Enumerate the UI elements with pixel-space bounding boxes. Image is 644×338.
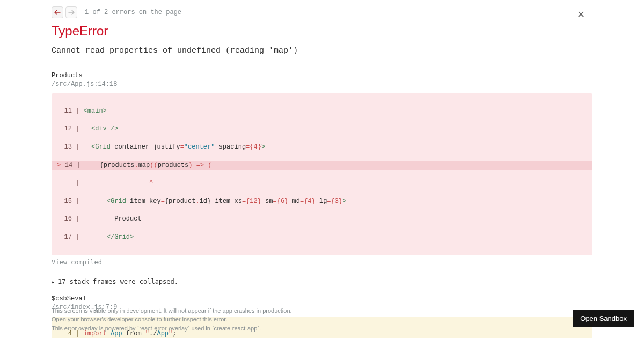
footer-line-3: This error overlay is powered by `react-…: [52, 324, 292, 333]
stack-frame-2-name: $csb$eval: [52, 295, 592, 303]
close-icon[interactable]: ✕: [577, 10, 585, 19]
footer-notice: This screen is visible only in developme…: [52, 306, 292, 333]
collapsed-frames-toggle[interactable]: 17 stack frames were collapsed.: [52, 278, 592, 285]
footer-line-2: Open your browser's developer console to…: [52, 315, 292, 324]
footer-line-1: This screen is visible only in developme…: [52, 306, 292, 315]
view-compiled-link[interactable]: View compiled: [52, 259, 592, 266]
prev-error-button[interactable]: [52, 6, 63, 18]
error-type: TypeError: [52, 24, 592, 39]
next-error-button[interactable]: [65, 6, 77, 18]
error-nav: 1 of 2 errors on the page: [52, 6, 592, 18]
error-message: Cannot read properties of undefined (rea…: [52, 46, 592, 55]
stack-frame-1-name: Products: [52, 72, 592, 79]
code-block-1: 11 | <main> 12 | <div /> 13 | <Grid cont…: [52, 93, 592, 255]
divider: [52, 65, 592, 65]
stack-frame-1-location[interactable]: /src/App.js:14:18: [52, 80, 592, 88]
error-counter: 1 of 2 errors on the page: [85, 9, 181, 16]
open-sandbox-button[interactable]: Open Sandbox: [573, 310, 634, 327]
